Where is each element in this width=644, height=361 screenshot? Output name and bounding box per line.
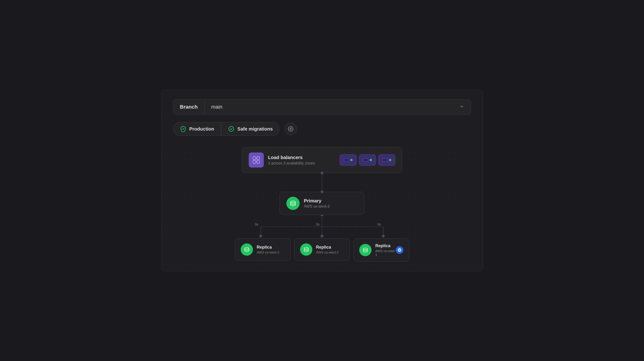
status-row: Production Safe migrations: [173, 122, 471, 136]
primary-region: AWS us-west-2: [304, 204, 330, 209]
replica-region-2: AWS us-west-2: [316, 251, 339, 254]
replica-icon-bg-3: [359, 244, 372, 256]
production-badge[interactable]: Production: [173, 122, 221, 136]
database-icon-replica-2: [303, 246, 310, 253]
svg-text:0s: 0s: [255, 222, 258, 226]
lb-info: Load balancers 3 across 3 availability z…: [249, 152, 315, 168]
safe-migrations-label: Safe migrations: [237, 126, 273, 132]
load-balancer-icon: [252, 156, 260, 164]
replica-text-2: Replica AWS us-west-2: [316, 245, 339, 254]
replica-icon-bg-1: [241, 243, 253, 256]
check-circle-icon: [228, 126, 234, 132]
primary-card[interactable]: Primary AWS us-west-2: [280, 192, 364, 215]
branch-selector[interactable]: Branch main: [173, 99, 471, 114]
lb-subtitle: 3 across 3 availability zones: [268, 161, 315, 165]
lb-text: Load balancers 3 across 3 availability z…: [268, 155, 315, 165]
svg-rect-3: [257, 157, 260, 160]
globe-icon-svg: [398, 248, 402, 252]
lb-node-1[interactable]: [340, 154, 357, 166]
database-icon-primary: [289, 200, 297, 207]
production-label: Production: [189, 126, 214, 132]
svg-rect-4: [253, 160, 256, 163]
svg-rect-5: [257, 160, 260, 163]
svg-point-19: [245, 247, 249, 249]
replica-title-2: Replica: [316, 245, 339, 250]
svg-rect-2: [253, 157, 256, 160]
replica-text-3: Replica AWS us-east-1: [375, 243, 396, 257]
lb-title: Load balancers: [268, 155, 315, 160]
primary-text: Primary AWS us-west-2: [304, 198, 330, 209]
chevron-down-icon: [453, 100, 471, 114]
load-balancers-card[interactable]: Load balancers 3 across 3 availability z…: [242, 147, 402, 173]
diagram-area: Load balancers 3 across 3 availability z…: [173, 147, 471, 262]
database-icon-replica-3: [362, 247, 369, 253]
replica-title-1: Replica: [257, 245, 279, 250]
replica-region-1: AWS us-west-2: [257, 251, 279, 254]
primary-title: Primary: [304, 198, 330, 204]
replica-title-3: Replica: [375, 243, 396, 248]
svg-point-11: [259, 235, 262, 238]
lb-icon-bg: [249, 152, 264, 168]
lb-node-2[interactable]: [359, 154, 376, 166]
gear-icon: [288, 126, 294, 132]
safe-migrations-badge[interactable]: Safe migrations: [221, 122, 280, 136]
lb-nodes: [340, 154, 395, 166]
replica-connectors: 0s 0s 0s: [232, 215, 412, 243]
svg-point-8: [320, 215, 324, 216]
replica-card-inner-3: Replica AWS us-east-1: [375, 243, 403, 257]
globe-icon[interactable]: [396, 246, 403, 254]
settings-button[interactable]: [284, 122, 297, 135]
primary-icon-bg: [286, 197, 300, 210]
svg-point-1: [290, 128, 291, 130]
replica-region-3: AWS us-east-1: [375, 249, 396, 257]
svg-point-15: [382, 235, 385, 238]
branch-label: Branch: [173, 100, 204, 114]
svg-point-20: [304, 247, 308, 249]
branch-value: main: [204, 100, 453, 114]
app-window: Branch main Production: [161, 90, 483, 271]
svg-text:0s: 0s: [316, 222, 320, 226]
replica-icon-bg-2: [300, 243, 312, 256]
replica-text-1: Replica AWS us-west-2: [257, 245, 279, 254]
svg-text:0s: 0s: [378, 222, 381, 226]
database-icon-replica-1: [244, 246, 250, 253]
shield-icon: [180, 126, 186, 132]
svg-point-21: [363, 248, 368, 250]
svg-point-6: [291, 201, 295, 203]
svg-point-0: [229, 127, 234, 131]
svg-point-13: [320, 235, 324, 238]
lb-node-3[interactable]: [378, 154, 395, 166]
